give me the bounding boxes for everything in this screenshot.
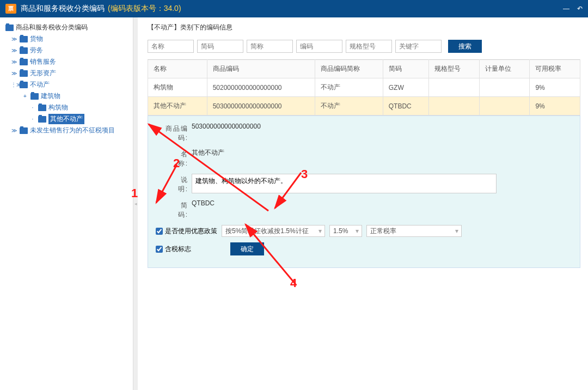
folder-icon xyxy=(30,93,39,100)
folder-icon xyxy=(20,59,28,65)
detail-code-label: 商品编码: xyxy=(156,123,188,143)
detail-panel: 商品编码: 5030000000000000000 名 称: 其他不动产 说 明… xyxy=(148,115,580,268)
detail-short-label: 简 码: xyxy=(156,199,188,220)
column-header[interactable]: 可用税率 xyxy=(530,60,580,78)
table-cell: QTBDC xyxy=(383,97,429,115)
policy-label: 是否使用优惠政策 xyxy=(165,227,217,236)
table-cell: 构筑物 xyxy=(148,78,207,97)
toggle-icon: ≫ xyxy=(11,36,17,42)
detail-desc-input[interactable]: 建筑物、构筑物以外的不动产。 xyxy=(192,174,497,193)
taxflag-checkbox[interactable] xyxy=(156,246,163,253)
tree-item[interactable]: ≫劳务 xyxy=(3,45,130,56)
tree-item-label: 无形资产 xyxy=(30,69,56,78)
table-cell xyxy=(479,97,530,115)
toggle-icon: · xyxy=(29,116,36,122)
tree-item-label: 不动产 xyxy=(30,80,50,89)
version-label: (编码表版本号：34.0) xyxy=(108,4,181,14)
filter-keyword[interactable] xyxy=(395,40,442,53)
table-cell: 其他不动产 xyxy=(148,97,207,115)
table-cell: 5020000000000000000 xyxy=(207,78,315,97)
table-cell xyxy=(429,78,480,97)
tree-item[interactable]: ≫销售服务 xyxy=(3,56,130,68)
search-button[interactable]: 搜索 xyxy=(448,40,482,53)
column-header[interactable]: 简码 xyxy=(383,60,429,78)
toggle-icon: ≫ xyxy=(11,47,17,53)
tree-item[interactable]: ·其他不动产 xyxy=(3,113,130,125)
folder-icon xyxy=(38,105,46,111)
table-cell: 9% xyxy=(530,97,580,115)
folder-icon xyxy=(38,116,46,123)
tree-item-label: 货物 xyxy=(30,34,43,44)
filter-name[interactable] xyxy=(148,40,194,53)
column-header[interactable]: 商品编码 xyxy=(207,60,315,78)
policy-checkbox[interactable] xyxy=(156,228,163,235)
tree-item-label: 劳务 xyxy=(30,46,43,55)
tree-item[interactable]: ≫无形资产 xyxy=(3,68,130,79)
tree-item[interactable]: +建筑物 xyxy=(3,90,130,102)
detail-short-value: QTBDC xyxy=(192,199,215,207)
detail-desc-label: 说 明: xyxy=(156,174,188,194)
filter-spec[interactable] xyxy=(346,40,392,53)
breadcrumb: 【不动产】类别下的编码信息 xyxy=(148,23,588,32)
table-cell xyxy=(429,97,480,115)
tree-item[interactable]: ≫未发生销售行为的不征税项目 xyxy=(3,125,130,136)
tree-item-label: 构筑物 xyxy=(48,103,68,112)
filter-bar: 搜索 xyxy=(148,40,588,53)
column-header[interactable]: 规格型号 xyxy=(429,60,480,78)
tree-item[interactable]: ·构筑物 xyxy=(3,102,130,113)
toggle-icon: + xyxy=(22,93,28,99)
detail-code-value: 5030000000000000000 xyxy=(192,123,261,130)
filter-shortcode[interactable] xyxy=(197,40,243,53)
toggle-icon: ≫ xyxy=(11,70,17,76)
detail-name-label: 名 称: xyxy=(156,148,188,168)
splitter[interactable]: ◂ xyxy=(133,17,138,390)
folder-icon xyxy=(20,47,28,54)
folder-icon xyxy=(20,36,28,42)
column-header[interactable]: 名称 xyxy=(148,60,207,78)
table-cell: GZW xyxy=(383,78,429,97)
rate-select[interactable]: 1.5% xyxy=(329,225,362,237)
folder-icon xyxy=(5,25,14,31)
table-cell xyxy=(479,78,530,97)
titlebar: 票 商品和服务税收分类编码 (编码表版本号：34.0) — ↶ xyxy=(0,0,588,17)
category-tree: 商品和服务税收分类编码 ≫货物≫劳务≫销售服务≫无形资产⋮≫不动产+建筑物·构筑… xyxy=(0,17,133,390)
toggle-icon: · xyxy=(29,105,36,111)
tree-item[interactable]: ≫货物 xyxy=(3,33,130,45)
policy-select[interactable]: 按5%简易征收减按1.5%计征 xyxy=(222,225,325,237)
tree-item[interactable]: ⋮≫不动产 xyxy=(3,79,130,90)
tree-root-label: 商品和服务税收分类编码 xyxy=(16,23,88,32)
detail-name-value: 其他不动产 xyxy=(192,148,224,157)
folder-icon xyxy=(20,127,28,134)
content-panel: 【不动产】类别下的编码信息 搜索 名称商品编码商品编码简称简码规格型号计量单位可… xyxy=(138,17,588,390)
tree-item-label: 建筑物 xyxy=(41,92,60,101)
results-table: 名称商品编码商品编码简称简码规格型号计量单位可用税率 构筑物5020000000… xyxy=(148,59,580,115)
column-header[interactable]: 商品编码简称 xyxy=(315,60,383,78)
table-cell: 不动产 xyxy=(315,97,383,115)
folder-icon xyxy=(20,82,28,88)
back-icon[interactable]: ↶ xyxy=(577,5,583,13)
annotation-num-4: 4 xyxy=(290,276,297,290)
confirm-button[interactable]: 确定 xyxy=(230,242,264,255)
toggle-icon: ≫ xyxy=(11,127,17,133)
table-cell: 不动产 xyxy=(315,78,383,97)
tree-item-label: 销售服务 xyxy=(30,57,56,66)
toggle-icon: ⋮≫ xyxy=(11,82,17,88)
minimize-icon[interactable]: — xyxy=(563,5,569,13)
table-row[interactable]: 其他不动产5030000000000000000不动产QTBDC9% xyxy=(148,97,580,115)
column-header[interactable]: 计量单位 xyxy=(479,60,530,78)
table-cell: 9% xyxy=(530,78,580,97)
filter-code[interactable] xyxy=(296,40,342,53)
taxflag-label: 含税标志 xyxy=(165,245,191,254)
table-cell: 5030000000000000000 xyxy=(207,97,315,115)
tree-root[interactable]: 商品和服务税收分类编码 xyxy=(3,22,130,33)
tree-item-label: 其他不动产 xyxy=(48,114,84,124)
filter-shortname[interactable] xyxy=(247,40,293,53)
tree-item-label: 未发生销售行为的不征税项目 xyxy=(30,126,115,135)
toggle-icon: ≫ xyxy=(11,59,17,65)
table-row[interactable]: 构筑物5020000000000000000不动产GZW9% xyxy=(148,78,580,97)
window-title: 商品和服务税收分类编码 xyxy=(21,4,105,14)
normal-rate-select[interactable]: 正常税率 xyxy=(366,225,462,237)
folder-icon xyxy=(20,70,28,77)
app-logo: 票 xyxy=(5,4,16,14)
